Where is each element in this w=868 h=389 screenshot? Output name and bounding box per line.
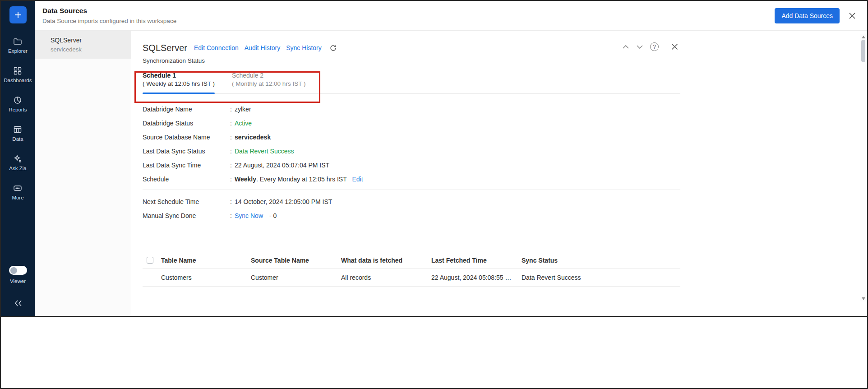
- tab-sublabel: ( Weekly at 12:05 hrs IST ): [143, 80, 215, 88]
- colon: :: [230, 120, 235, 127]
- schedule-description: . Every Monday at 12:05 hrs IST: [256, 176, 347, 183]
- ellipsis-icon: [13, 184, 22, 193]
- add-data-sources-button[interactable]: Add Data Sources: [775, 8, 840, 23]
- refresh-icon[interactable]: [329, 44, 337, 52]
- colon: :: [230, 176, 235, 183]
- audit-history-link[interactable]: Audit History: [245, 44, 280, 51]
- source-list-item-sqlserver[interactable]: SQLServer servicedesk: [35, 31, 131, 59]
- plus-icon: [14, 10, 23, 19]
- detail-value: servicedesk: [235, 134, 271, 141]
- toggle-knob: [10, 267, 17, 274]
- data-source-list-panel: SQLServer servicedesk: [35, 31, 131, 316]
- sidebar-item-label: Data: [12, 136, 23, 142]
- status-badge: Data Revert Success: [235, 148, 294, 155]
- connection-title-row: SQLServer Edit Connection Audit History …: [143, 42, 680, 54]
- detail-value: zylker: [235, 106, 251, 113]
- edit-connection-link[interactable]: Edit Connection: [194, 44, 239, 51]
- detail-label: Next Schedule Time: [143, 198, 230, 206]
- sync-history-link[interactable]: Sync History: [286, 44, 322, 51]
- colon: :: [230, 212, 235, 220]
- edit-schedule-link[interactable]: Edit: [352, 176, 363, 183]
- help-icon[interactable]: ?: [650, 42, 659, 51]
- colon: :: [230, 148, 235, 155]
- sidebar-item-label: Ask Zia: [9, 166, 26, 171]
- tab-schedule-2[interactable]: Schedule 2 ( Monthly at 12:00 hrs IST ): [232, 72, 305, 93]
- source-database: servicedesk: [51, 46, 126, 53]
- sidebar-item-explorer[interactable]: Explorer: [8, 37, 28, 54]
- connection-title: SQLServer: [143, 43, 187, 53]
- sidebar-item-dashboards[interactable]: Dashboards: [4, 66, 32, 83]
- column-header: Last Fetched Time: [431, 257, 522, 264]
- tab-schedule-1[interactable]: Schedule 1 ( Weekly at 12:05 hrs IST ): [143, 72, 215, 93]
- close-icon[interactable]: [848, 12, 856, 20]
- cell-what-data: All records: [341, 274, 431, 281]
- vertical-scrollbar[interactable]: [860, 34, 867, 301]
- close-detail-icon[interactable]: [671, 43, 679, 51]
- chevron-up-icon[interactable]: [622, 45, 629, 49]
- sidebar-item-label: Reports: [9, 107, 27, 113]
- sync-details: Databridge Name : zylker Databridge Stat…: [143, 106, 680, 220]
- detail-label: Manual Sync Done: [143, 212, 230, 220]
- page-header: Data Sources Data Source imports configu…: [35, 1, 867, 31]
- panel-actions: ?: [622, 42, 679, 51]
- page-title: Data Sources: [42, 7, 176, 15]
- column-header: Sync Status: [522, 257, 680, 264]
- cell-last-fetched-time: 22 August, 2024 05:08:55 …: [431, 274, 522, 281]
- detail-row-next-schedule-time: Next Schedule Time : 14 October, 2024 12…: [143, 198, 680, 206]
- sidebar-item-data[interactable]: Data: [12, 125, 23, 142]
- viewer-toggle[interactable]: [9, 266, 27, 275]
- detail-row-source-database: Source Database Name : servicedesk: [143, 134, 680, 141]
- cell-sync-status: Data Revert Success: [522, 274, 680, 281]
- divider: [143, 190, 680, 190]
- detail-label: Last Data Sync Time: [143, 162, 230, 169]
- sidebar-item-reports[interactable]: Reports: [9, 96, 27, 113]
- column-header: Table Name: [161, 257, 251, 264]
- detail-value: Sync Now - 0: [235, 212, 277, 220]
- detail-label: Databridge Name: [143, 106, 230, 113]
- detail-row-last-sync-status: Last Data Sync Status : Data Revert Succ…: [143, 148, 680, 155]
- manual-sync-count: - 0: [269, 212, 277, 219]
- sidebar-item-ask-zia[interactable]: Ask Zia: [9, 154, 26, 171]
- scroll-track[interactable]: [860, 38, 867, 297]
- header-text: Data Sources Data Source imports configu…: [42, 7, 176, 24]
- scroll-down-arrow[interactable]: [862, 297, 865, 300]
- folder-icon: [13, 37, 22, 46]
- cell-table-name: Customers: [161, 274, 251, 281]
- colon: :: [230, 162, 235, 169]
- detail-value: Weekly. Every Monday at 12:05 hrs IST Ed…: [235, 176, 363, 183]
- tab-label: Schedule 2: [232, 72, 305, 79]
- chevron-down-icon[interactable]: [636, 45, 643, 49]
- column-header: What data is fetched: [341, 257, 431, 264]
- table-row[interactable]: Customers Customer All records 22 August…: [143, 269, 680, 287]
- detail-label: Databridge Status: [143, 120, 230, 127]
- app-window: Explorer Dashboards Reports: [1, 1, 867, 317]
- status-badge: Active: [235, 120, 252, 127]
- table-icon: [13, 125, 22, 134]
- section-label: Synchronization Status: [143, 57, 680, 64]
- detail-row-databridge-name: Databridge Name : zylker: [143, 106, 680, 113]
- cell-source-table-name: Customer: [251, 274, 341, 281]
- collapse-icon: [14, 299, 23, 308]
- sync-now-link[interactable]: Sync Now: [235, 212, 263, 219]
- tab-label: Schedule 1: [143, 72, 215, 79]
- detail-row-last-sync-time: Last Data Sync Time : 22 August, 2024 05…: [143, 162, 680, 169]
- sidebar-bottom: Viewer: [9, 266, 27, 308]
- detail-row-databridge-status: Databridge Status : Active: [143, 120, 680, 127]
- collapse-sidebar-button[interactable]: [14, 299, 23, 308]
- sidebar-item-more[interactable]: More: [12, 184, 23, 201]
- source-name: SQLServer: [51, 37, 126, 44]
- detail-row-schedule: Schedule : Weekly. Every Monday at 12:05…: [143, 176, 680, 183]
- colon: :: [230, 134, 235, 141]
- select-all-checkbox[interactable]: [147, 257, 153, 264]
- sidebar: Explorer Dashboards Reports: [1, 1, 35, 316]
- sidebar-item-label: More: [12, 195, 23, 201]
- sidebar-item-label: Explorer: [8, 48, 28, 54]
- schedule-tabs: Schedule 1 ( Weekly at 12:05 hrs IST ) S…: [143, 72, 680, 94]
- pie-chart-icon: [13, 96, 22, 105]
- sidebar-item-label: Dashboards: [4, 78, 32, 83]
- create-new-button[interactable]: [9, 6, 27, 23]
- zia-sparkle-icon: [13, 154, 22, 163]
- scroll-thumb[interactable]: [861, 40, 865, 62]
- screenshot-frame: Explorer Dashboards Reports: [0, 0, 868, 389]
- tab-sublabel: ( Monthly at 12:00 hrs IST ): [232, 80, 305, 88]
